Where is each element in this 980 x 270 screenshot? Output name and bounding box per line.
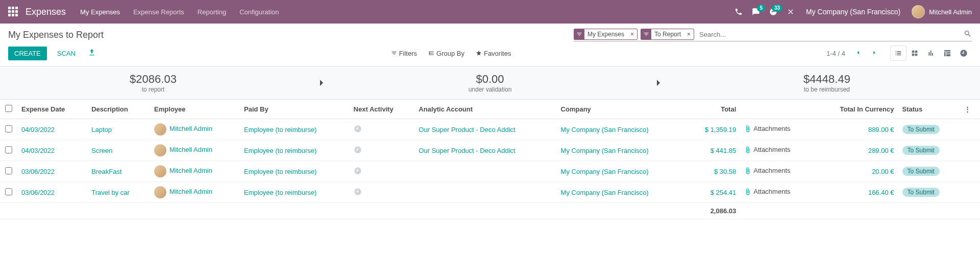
status-to-reimburse[interactable]: $4448.49 to be reimbursed — [674, 66, 980, 99]
row-checkbox[interactable] — [5, 125, 12, 132]
funnel-icon — [641, 29, 651, 39]
facet-remove[interactable]: × — [684, 31, 694, 38]
attachments-button[interactable]: Attachments — [744, 125, 790, 132]
cell-total-currency[interactable]: 166.40 € — [868, 189, 894, 196]
chevron-right-icon — [306, 66, 337, 99]
optional-columns-icon[interactable]: ⋮ — [960, 100, 980, 119]
clock-icon[interactable] — [354, 127, 362, 134]
cell-company[interactable]: My Company (San Francisco) — [561, 126, 649, 133]
search-icon[interactable] — [964, 30, 972, 39]
table-row[interactable]: 03/06/2022Travel by carMitchell AdminEmp… — [0, 182, 980, 203]
upload-icon[interactable] — [88, 49, 96, 58]
cell-paid-by[interactable]: Employee (to reimburse) — [244, 126, 316, 133]
cell-total[interactable]: $ 441.85 — [710, 147, 737, 154]
row-checkbox[interactable] — [5, 167, 12, 174]
col-status[interactable]: Status — [898, 100, 960, 119]
cell-total-currency[interactable]: 289.00 € — [868, 147, 894, 154]
attachments-button[interactable]: Attachments — [744, 167, 790, 174]
clock-icon[interactable] — [354, 169, 362, 176]
cell-employee[interactable]: Mitchell Admin — [169, 188, 212, 195]
col-description[interactable]: Description — [87, 100, 150, 119]
groupby-button[interactable]: Group By — [428, 50, 464, 57]
nav-reporting[interactable]: Reporting — [198, 8, 226, 16]
select-all-checkbox[interactable] — [5, 105, 12, 112]
cell-company[interactable]: My Company (San Francisco) — [561, 168, 649, 175]
view-kanban-icon[interactable] — [906, 46, 923, 61]
cell-total-currency[interactable]: 20.00 € — [872, 168, 894, 175]
cell-description[interactable]: Laptop — [91, 126, 112, 133]
pager-next[interactable] — [867, 47, 882, 60]
table-row[interactable]: 04/03/2022LaptopMitchell AdminEmployee (… — [0, 119, 980, 140]
cell-employee[interactable]: Mitchell Admin — [169, 146, 212, 153]
view-activity-icon[interactable] — [955, 46, 972, 61]
cell-paid-by[interactable]: Employee (to reimburse) — [244, 147, 316, 154]
search-box[interactable]: My Expenses × To Report × — [574, 29, 972, 41]
attachments-button[interactable]: Attachments — [744, 188, 790, 195]
cell-paid-by[interactable]: Employee (to reimburse) — [244, 168, 316, 175]
col-company[interactable]: Company — [557, 100, 687, 119]
cell-total[interactable]: $ 254.41 — [710, 189, 737, 196]
favorites-button[interactable]: Favorites — [476, 50, 511, 57]
app-brand[interactable]: Expenses — [26, 7, 66, 17]
cell-description[interactable]: Screen — [91, 147, 112, 154]
cell-date[interactable]: 04/03/2022 — [21, 147, 55, 154]
phone-icon[interactable] — [734, 8, 743, 16]
cell-analytic[interactable]: Our Super Product - Deco Addict — [419, 147, 515, 154]
row-checkbox[interactable] — [5, 188, 12, 195]
cell-paid-by[interactable]: Employee (to reimburse) — [244, 189, 316, 196]
col-paid-by[interactable]: Paid By — [240, 100, 350, 119]
employee-avatar — [154, 144, 166, 156]
table-row[interactable]: 03/06/2022BreakFastMitchell AdminEmploye… — [0, 161, 980, 182]
filters-button[interactable]: Filters — [391, 50, 417, 57]
cell-total[interactable]: $ 30.58 — [714, 168, 736, 175]
status-to-report[interactable]: $2086.03 to report — [0, 66, 306, 99]
facet-to-report: To Report × — [641, 29, 694, 40]
clock-icon[interactable] — [354, 148, 362, 155]
col-date[interactable]: Expense Date — [17, 100, 87, 119]
col-next-activity[interactable]: Next Activity — [350, 100, 415, 119]
view-graph-icon[interactable] — [923, 46, 939, 61]
search-input[interactable] — [697, 30, 964, 39]
cell-analytic[interactable]: Our Super Product - Deco Addict — [419, 126, 515, 133]
pager[interactable]: 1-4 / 4 — [826, 50, 845, 57]
status-pill: To Submit — [902, 188, 940, 197]
expense-list: Expense Date Description Employee Paid B… — [0, 100, 980, 219]
pager-prev[interactable] — [850, 47, 866, 60]
status-under-validation[interactable]: $0.00 under validation — [337, 66, 643, 99]
col-analytic[interactable]: Analytic Account — [414, 100, 556, 119]
cell-date[interactable]: 03/06/2022 — [21, 168, 55, 175]
view-list-icon[interactable] — [890, 46, 906, 61]
cell-company[interactable]: My Company (San Francisco) — [561, 189, 649, 196]
discuss-icon[interactable]: 5 — [752, 8, 760, 16]
cell-total[interactable]: $ 1,359.19 — [705, 126, 736, 133]
cell-employee[interactable]: Mitchell Admin — [169, 125, 212, 132]
footer-total: 2,086.03 — [687, 203, 740, 219]
col-total-currency[interactable]: Total In Currency — [814, 100, 898, 119]
activities-icon[interactable]: 33 — [769, 8, 777, 16]
cell-description[interactable]: BreakFast — [91, 168, 121, 175]
table-row[interactable]: 04/03/2022ScreenMitchell AdminEmployee (… — [0, 140, 980, 161]
user-avatar — [912, 5, 925, 18]
apps-icon[interactable] — [8, 7, 18, 17]
cell-description[interactable]: Travel by car — [91, 189, 130, 196]
debug-close-icon[interactable] — [787, 8, 795, 16]
col-employee[interactable]: Employee — [150, 100, 240, 119]
nav-expense-reports[interactable]: Expense Reports — [133, 8, 184, 16]
cell-date[interactable]: 04/03/2022 — [21, 126, 55, 133]
user-menu[interactable]: Mitchell Admin — [912, 5, 972, 18]
view-pivot-icon[interactable] — [939, 46, 955, 61]
nav-my-expenses[interactable]: My Expenses — [80, 8, 120, 16]
cell-company[interactable]: My Company (San Francisco) — [561, 147, 649, 154]
cell-date[interactable]: 03/06/2022 — [21, 189, 55, 196]
attachments-button[interactable]: Attachments — [744, 146, 790, 153]
clock-icon[interactable] — [354, 190, 362, 197]
facet-remove[interactable]: × — [627, 31, 637, 38]
cell-total-currency[interactable]: 889.00 € — [868, 126, 894, 133]
nav-configuration[interactable]: Configuration — [239, 8, 279, 16]
company-switcher[interactable]: My Company (San Francisco) — [806, 8, 900, 16]
col-total[interactable]: Total — [687, 100, 740, 119]
row-checkbox[interactable] — [5, 146, 12, 153]
scan-button[interactable]: SCAN — [51, 47, 82, 60]
cell-employee[interactable]: Mitchell Admin — [169, 167, 212, 174]
create-button[interactable]: CREATE — [8, 47, 47, 60]
